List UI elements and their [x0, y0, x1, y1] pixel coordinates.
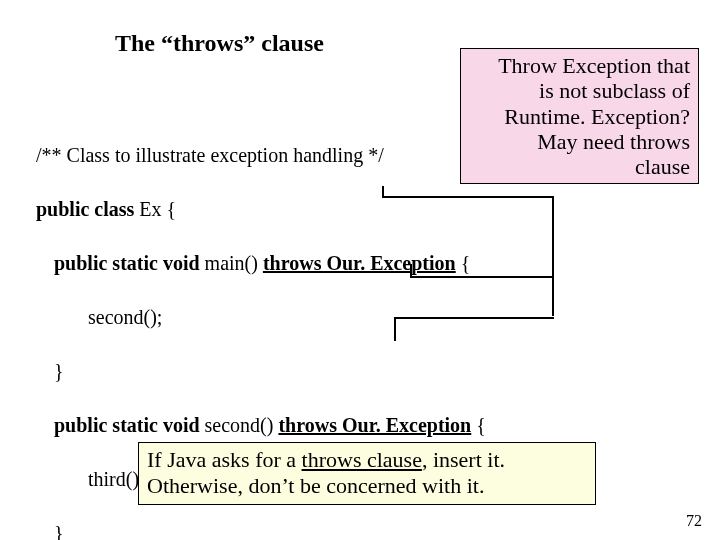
txt: main() [200, 252, 263, 274]
note-line: If Java asks for a throws clause, insert… [147, 447, 587, 473]
kw: public static void [54, 252, 200, 274]
code-line: public static void main() throws Our. Ex… [36, 250, 486, 277]
connector-line [410, 264, 412, 278]
note-line: Otherwise, don’t be concerned with it. [147, 473, 587, 499]
callout-line: May need throws [465, 129, 690, 154]
callout-line: is not subclass of [465, 78, 690, 103]
connector-line [552, 196, 554, 316]
callout-line: Throw Exception that [465, 53, 690, 78]
code-line: public static void second() throws Our. … [36, 412, 486, 439]
callout-box: Throw Exception that is not subclass of … [460, 48, 699, 184]
kw: public class [36, 198, 134, 220]
txt: Ex { [134, 198, 176, 220]
callout-line: clause [465, 154, 690, 179]
connector-line [394, 317, 396, 341]
kw: public static void [54, 414, 200, 436]
code-line: public class Ex { [36, 196, 486, 223]
page-number: 72 [686, 512, 702, 530]
throws-clause-main: throws Our. Exception [263, 252, 456, 274]
txt: { [456, 252, 471, 274]
code-line: } [36, 358, 486, 385]
callout-line: Runtime. Exception? [465, 104, 690, 129]
code-line: } [36, 520, 486, 540]
note-box: If Java asks for a throws clause, insert… [138, 442, 596, 505]
txt-underline: throws clause [302, 447, 422, 472]
code-line: /** Class to illustrate exception handli… [36, 142, 486, 169]
connector-line [382, 186, 384, 198]
throws-clause-second: throws Our. Exception [278, 414, 471, 436]
connector-line [382, 196, 554, 198]
txt: , insert it. [422, 447, 505, 472]
slide-title: The “throws” clause [115, 30, 324, 57]
connector-line [394, 317, 554, 319]
connector-line [410, 276, 554, 278]
txt: If Java asks for a [147, 447, 302, 472]
txt: second() [200, 414, 279, 436]
txt: { [471, 414, 486, 436]
